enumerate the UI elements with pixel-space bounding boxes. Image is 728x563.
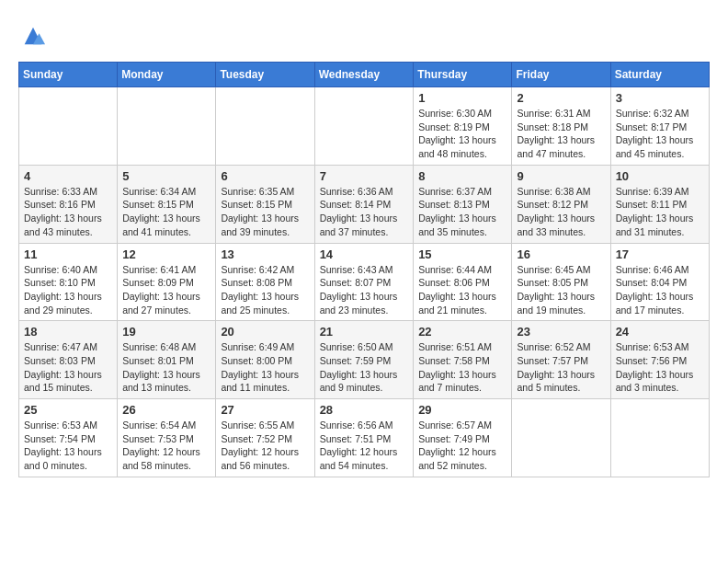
calendar-cell: 28Sunrise: 6:56 AMSunset: 7:51 PMDayligh… [314,399,414,477]
calendar-cell [216,87,314,166]
day-info: Sunrise: 6:39 AMSunset: 8:11 PMDaylight:… [616,185,704,239]
day-number: 4 [24,169,112,183]
day-number: 10 [616,169,704,183]
calendar-cell: 24Sunrise: 6:53 AMSunset: 7:56 PMDayligh… [610,321,709,399]
calendar-cell: 23Sunrise: 6:52 AMSunset: 7:57 PMDayligh… [512,321,610,399]
calendar-header-thursday: Thursday [414,63,512,87]
day-number: 18 [24,325,112,339]
calendar-week-5: 25Sunrise: 6:53 AMSunset: 7:54 PMDayligh… [19,399,710,477]
day-number: 1 [418,91,506,105]
day-info: Sunrise: 6:45 AMSunset: 8:05 PMDaylight:… [517,263,605,317]
calendar-cell [118,87,216,166]
day-number: 16 [517,247,605,261]
logo-icon [20,23,46,49]
calendar-header-sunday: Sunday [19,63,118,87]
day-number: 3 [616,91,704,105]
calendar-cell: 10Sunrise: 6:39 AMSunset: 8:11 PMDayligh… [610,165,709,243]
day-info: Sunrise: 6:34 AMSunset: 8:15 PMDaylight:… [122,185,210,239]
day-number: 17 [616,247,704,261]
day-info: Sunrise: 6:37 AMSunset: 8:13 PMDaylight:… [418,185,506,239]
day-info: Sunrise: 6:32 AMSunset: 8:17 PMDaylight:… [616,107,704,161]
day-info: Sunrise: 6:30 AMSunset: 8:19 PMDaylight:… [418,107,506,161]
calendar-cell: 26Sunrise: 6:54 AMSunset: 7:53 PMDayligh… [118,399,216,477]
calendar-cell [314,87,414,166]
day-info: Sunrise: 6:42 AMSunset: 8:08 PMDaylight:… [221,263,309,317]
day-number: 23 [517,325,605,339]
day-number: 8 [418,169,506,183]
day-info: Sunrise: 6:55 AMSunset: 7:52 PMDaylight:… [221,419,309,473]
day-info: Sunrise: 6:33 AMSunset: 8:16 PMDaylight:… [24,185,112,239]
day-info: Sunrise: 6:40 AMSunset: 8:10 PMDaylight:… [24,263,112,317]
calendar-table: SundayMondayTuesdayWednesdayThursdayFrid… [18,62,710,477]
day-number: 26 [122,403,210,417]
calendar-cell: 15Sunrise: 6:44 AMSunset: 8:06 PMDayligh… [414,243,512,321]
calendar-cell: 18Sunrise: 6:47 AMSunset: 8:03 PMDayligh… [19,321,118,399]
calendar-week-2: 4Sunrise: 6:33 AMSunset: 8:16 PMDaylight… [19,165,710,243]
day-info: Sunrise: 6:50 AMSunset: 7:59 PMDaylight:… [320,340,409,395]
calendar-header-wednesday: Wednesday [314,63,414,87]
day-info: Sunrise: 6:57 AMSunset: 7:49 PMDaylight:… [418,419,506,473]
day-number: 5 [122,169,210,183]
day-info: Sunrise: 6:36 AMSunset: 8:14 PMDaylight:… [320,185,409,239]
day-number: 9 [517,169,605,183]
day-info: Sunrise: 6:35 AMSunset: 8:15 PMDaylight:… [221,185,309,239]
calendar-week-3: 11Sunrise: 6:40 AMSunset: 8:10 PMDayligh… [19,243,710,321]
day-number: 25 [24,403,112,417]
calendar-header-saturday: Saturday [610,63,709,87]
day-info: Sunrise: 6:52 AMSunset: 7:57 PMDaylight:… [517,340,605,395]
day-number: 13 [221,247,309,261]
day-info: Sunrise: 6:54 AMSunset: 7:53 PMDaylight:… [122,419,210,473]
calendar-cell: 14Sunrise: 6:43 AMSunset: 8:07 PMDayligh… [314,243,414,321]
day-number: 12 [122,247,210,261]
calendar-cell: 5Sunrise: 6:34 AMSunset: 8:15 PMDaylight… [118,165,216,243]
calendar-cell: 16Sunrise: 6:45 AMSunset: 8:05 PMDayligh… [512,243,610,321]
calendar-header-tuesday: Tuesday [216,63,314,87]
day-number: 11 [24,247,112,261]
day-number: 20 [221,325,309,339]
day-number: 7 [320,169,409,183]
day-number: 29 [418,403,506,417]
calendar-cell: 9Sunrise: 6:38 AMSunset: 8:12 PMDaylight… [512,165,610,243]
day-info: Sunrise: 6:38 AMSunset: 8:12 PMDaylight:… [517,185,605,239]
day-info: Sunrise: 6:49 AMSunset: 8:00 PMDaylight:… [221,340,309,395]
calendar-cell: 22Sunrise: 6:51 AMSunset: 7:58 PMDayligh… [414,321,512,399]
calendar-cell [19,87,118,166]
calendar-cell: 17Sunrise: 6:46 AMSunset: 8:04 PMDayligh… [610,243,709,321]
day-info: Sunrise: 6:31 AMSunset: 8:18 PMDaylight:… [517,107,605,161]
calendar-cell [512,399,610,477]
calendar-week-1: 1Sunrise: 6:30 AMSunset: 8:19 PMDaylight… [19,87,710,166]
calendar-cell: 2Sunrise: 6:31 AMSunset: 8:18 PMDaylight… [512,87,610,166]
calendar-header-row: SundayMondayTuesdayWednesdayThursdayFrid… [19,63,710,87]
day-number: 6 [221,169,309,183]
calendar-cell: 25Sunrise: 6:53 AMSunset: 7:54 PMDayligh… [19,399,118,477]
day-info: Sunrise: 6:48 AMSunset: 8:01 PMDaylight:… [122,340,210,395]
calendar-cell: 3Sunrise: 6:32 AMSunset: 8:17 PMDaylight… [610,87,709,166]
day-info: Sunrise: 6:53 AMSunset: 7:56 PMDaylight:… [616,340,704,395]
calendar-cell [610,399,709,477]
day-info: Sunrise: 6:44 AMSunset: 8:06 PMDaylight:… [418,263,506,317]
day-info: Sunrise: 6:41 AMSunset: 8:09 PMDaylight:… [122,263,210,317]
calendar-cell: 11Sunrise: 6:40 AMSunset: 8:10 PMDayligh… [19,243,118,321]
calendar-cell: 13Sunrise: 6:42 AMSunset: 8:08 PMDayligh… [216,243,314,321]
calendar-cell: 20Sunrise: 6:49 AMSunset: 8:00 PMDayligh… [216,321,314,399]
day-number: 21 [320,325,409,339]
calendar-cell: 7Sunrise: 6:36 AMSunset: 8:14 PMDaylight… [314,165,414,243]
day-number: 27 [221,403,309,417]
day-number: 28 [320,403,409,417]
day-info: Sunrise: 6:43 AMSunset: 8:07 PMDaylight:… [320,263,409,317]
calendar-cell: 12Sunrise: 6:41 AMSunset: 8:09 PMDayligh… [118,243,216,321]
day-number: 24 [616,325,704,339]
day-number: 22 [418,325,506,339]
day-info: Sunrise: 6:46 AMSunset: 8:04 PMDaylight:… [616,263,704,317]
day-number: 2 [517,91,605,105]
calendar-cell: 4Sunrise: 6:33 AMSunset: 8:16 PMDaylight… [19,165,118,243]
logo [18,23,46,52]
calendar-cell: 8Sunrise: 6:37 AMSunset: 8:13 PMDaylight… [414,165,512,243]
calendar-cell: 21Sunrise: 6:50 AMSunset: 7:59 PMDayligh… [314,321,414,399]
calendar-header-monday: Monday [118,63,216,87]
day-number: 14 [320,247,409,261]
day-info: Sunrise: 6:51 AMSunset: 7:58 PMDaylight:… [418,340,506,395]
calendar-cell: 19Sunrise: 6:48 AMSunset: 8:01 PMDayligh… [118,321,216,399]
page-header [18,18,710,52]
day-number: 19 [122,325,210,339]
